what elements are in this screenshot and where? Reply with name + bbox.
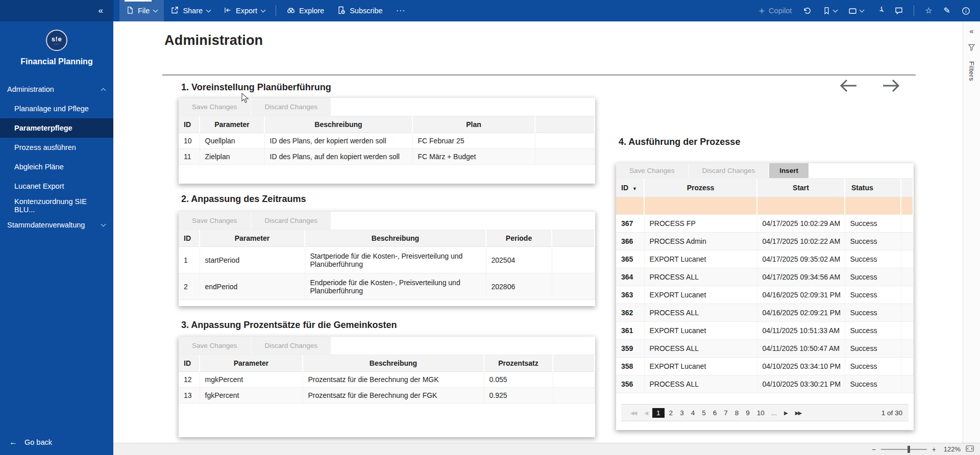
cell-periode[interactable]: 202504 <box>486 247 552 273</box>
next-page-arrow[interactable] <box>881 78 901 94</box>
column-header[interactable]: Parameter <box>200 355 303 372</box>
table-row[interactable]: 12 mgkPercent Prozentsatz für die Berech… <box>179 372 595 388</box>
collapse-sidebar-icon[interactable]: « <box>99 6 103 16</box>
cell-beschreibung[interactable]: Startperiode für die Kosten-, Preisverte… <box>305 247 486 273</box>
edit-button[interactable]: ✎ <box>939 0 955 21</box>
new-cell[interactable] <box>845 197 901 214</box>
column-header[interactable]: Beschreibung <box>303 355 484 372</box>
comments-button[interactable] <box>890 0 908 21</box>
discard-changes-button[interactable]: Discard Changes <box>689 163 769 178</box>
discard-changes-button[interactable]: Discard Changes <box>252 98 331 116</box>
zoom-slider-handle[interactable] <box>908 446 910 453</box>
zoom-in-button[interactable]: + <box>932 445 936 453</box>
column-header[interactable]: Plan <box>412 116 535 133</box>
subscribe-button[interactable]: Subscribe <box>331 0 389 21</box>
cell-parameter[interactable]: Quellplan <box>200 133 264 149</box>
cell-prozess[interactable]: PROCESS ALL <box>644 304 757 321</box>
cell-status[interactable]: Success <box>845 232 901 250</box>
favorite-button[interactable]: ☆ <box>920 0 937 21</box>
cell-prozess[interactable]: EXPORT Lucanet <box>644 286 757 304</box>
new-cell[interactable] <box>616 197 644 214</box>
bookmarks-button[interactable] <box>818 0 842 21</box>
cell-prozess[interactable]: EXPORT Lucanet <box>644 357 757 375</box>
column-header[interactable]: Beschreibung <box>305 230 486 247</box>
fit-to-page-icon[interactable] <box>966 445 974 453</box>
save-changes-button[interactable]: Save Changes <box>179 212 251 230</box>
cell-status[interactable]: Success <box>845 268 901 286</box>
cell-prozess[interactable]: PROCESS ALL <box>644 339 757 357</box>
cell-start[interactable]: 04/17/2025 10:02:29 AM <box>757 214 845 232</box>
go-back-button[interactable]: ← Go back <box>0 434 113 451</box>
column-header[interactable]: ID <box>179 355 200 372</box>
sidebar-item-abgleich-plaene[interactable]: Abgleich Pläne <box>0 157 113 176</box>
table-row[interactable]: 359PROCESS ALL04/11/2025 10:50:47 AMSucc… <box>616 339 913 357</box>
cell-id[interactable]: 11 <box>179 149 200 165</box>
filters-pane-label[interactable]: Filters <box>968 61 975 81</box>
nav-group-stammdatenverwaltung[interactable]: Stammdatenverwaltung <box>0 215 113 235</box>
file-menu[interactable]: File <box>119 0 164 21</box>
cell-parameter[interactable]: startPeriod <box>200 247 305 273</box>
column-header[interactable]: Parameter <box>200 116 264 133</box>
cell-id[interactable]: 13 <box>179 388 200 403</box>
expand-filters-icon[interactable]: « <box>969 27 973 35</box>
explore-button[interactable]: Explore <box>280 0 331 21</box>
cell-parameter[interactable]: endPeriod <box>200 273 305 300</box>
cell-id[interactable]: 2 <box>179 273 200 300</box>
table-row[interactable]: 13 fgkPercent Prozentsatz für die Berech… <box>179 388 595 403</box>
page-number-8[interactable]: 8 <box>732 408 742 418</box>
cell-status[interactable]: Success <box>845 357 901 375</box>
page-number-10[interactable]: 10 <box>754 408 767 418</box>
table-row[interactable]: 365EXPORT Lucanet04/17/2025 09:35:02 AMS… <box>616 250 913 268</box>
discard-changes-button[interactable]: Discard Changes <box>252 337 331 355</box>
cell-status[interactable]: Success <box>845 375 901 393</box>
next-page-button[interactable]: ▶ <box>781 410 790 416</box>
column-header[interactable]: ID <box>179 116 200 133</box>
table-row[interactable]: 358EXPORT Lucanet04/10/2025 03:34:10 PMS… <box>616 357 913 375</box>
cell-beschreibung[interactable]: Prozentsatz für die Berechnung der FGK <box>303 388 484 403</box>
column-header[interactable]: Start <box>757 179 845 197</box>
cell-start[interactable]: 04/16/2025 02:09:31 PM <box>757 286 845 304</box>
cell-id[interactable]: 1 <box>179 247 200 273</box>
refresh-button[interactable] <box>870 0 888 21</box>
cell-beschreibung[interactable]: ID des Plans, auf den kopiert werden sol… <box>264 149 412 165</box>
cell-id[interactable]: 10 <box>179 133 200 149</box>
new-cell[interactable] <box>644 197 757 214</box>
table-row[interactable]: 364PROCESS ALL04/17/2025 09:34:56 AMSucc… <box>616 268 913 286</box>
column-header[interactable]: ID <box>179 230 200 247</box>
nav-group-administration[interactable]: Administration <box>0 80 113 99</box>
column-header[interactable]: Beschreibung <box>264 116 412 133</box>
table-row[interactable]: 366PROCESS Admin04/17/2025 10:02:22 AMSu… <box>616 232 913 250</box>
table-row[interactable]: 1 startPeriod Startperiode für die Koste… <box>179 247 595 273</box>
cell-id[interactable]: 361 <box>616 321 644 339</box>
sidebar-item-kontenzuordnung[interactable]: Kontenzuordnung SIE BLU... <box>0 196 113 215</box>
new-cell[interactable] <box>901 197 913 214</box>
sort-descending-icon[interactable]: ▼ <box>632 186 637 191</box>
view-options-button[interactable] <box>844 0 868 21</box>
cell-status[interactable]: Success <box>845 286 901 304</box>
table-row[interactable]: 367PROCESS FP04/17/2025 10:02:29 AMSucce… <box>616 214 913 232</box>
cell-prozess[interactable]: EXPORT Lucanet <box>644 321 757 339</box>
table-row[interactable]: 10 Quellplan ID des Plans, der kopiert w… <box>179 133 595 149</box>
cell-parameter[interactable]: mgkPercent <box>200 372 303 388</box>
first-page-button[interactable]: ◀◀ <box>627 410 639 416</box>
page-number-3[interactable]: 3 <box>677 408 687 418</box>
new-record-row[interactable] <box>616 197 913 214</box>
previous-page-button[interactable]: ◀ <box>641 410 650 416</box>
table-row[interactable]: 362PROCESS ALL04/16/2025 02:09:21 PMSucc… <box>616 304 913 321</box>
page-number-2[interactable]: 2 <box>667 408 676 418</box>
table-row[interactable]: 2 endPeriod Endperiode für die Kosten-, … <box>179 273 595 300</box>
cell-prozess[interactable]: PROCESS ALL <box>644 375 757 393</box>
new-cell[interactable] <box>757 197 845 214</box>
cell-id[interactable]: 367 <box>616 214 644 232</box>
cell-plan[interactable]: FC Februar 25 <box>412 133 535 149</box>
cell-id[interactable]: 358 <box>616 357 644 375</box>
table-row[interactable]: 361EXPORT Lucanet04/11/2025 10:51:33 AMS… <box>616 321 913 339</box>
table-row[interactable]: 356PROCESS ALL04/10/2025 03:30:21 PMSucc… <box>616 375 913 393</box>
cell-id[interactable]: 359 <box>616 339 644 357</box>
cell-parameter[interactable]: Zielplan <box>200 149 264 165</box>
sidebar-item-plananlage[interactable]: Plananlage und Pflege <box>0 99 113 118</box>
page-number-7[interactable]: 7 <box>721 408 730 418</box>
cell-status[interactable]: Success <box>845 250 901 268</box>
info-button[interactable] <box>957 0 975 21</box>
cell-beschreibung[interactable]: Endperiode für die Kosten-, Preisverteil… <box>305 273 486 300</box>
